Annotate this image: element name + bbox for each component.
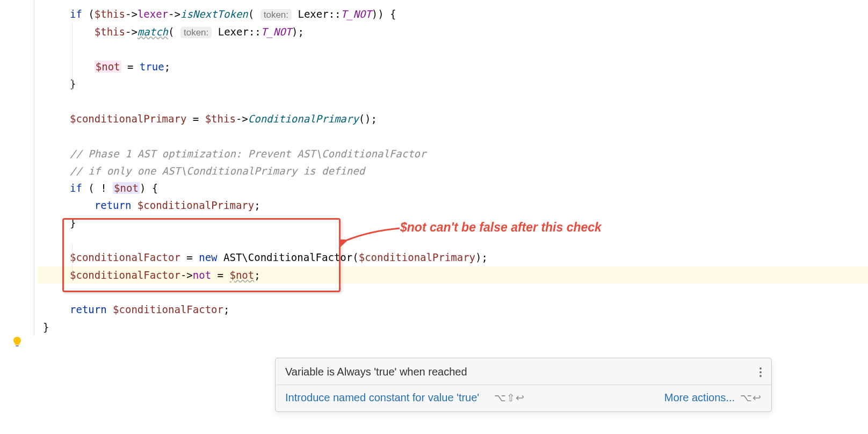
var-conditionalfactor: $conditionalFactor — [113, 303, 223, 315]
comment: // Phase 1 AST optimization: Prevent AST… — [70, 148, 426, 160]
type-lexer: Lexer — [298, 8, 328, 20]
keyword-true: true — [140, 61, 164, 73]
code-line[interactable]: $this->match( token: Lexer::T_NOT); — [38, 23, 868, 41]
code-line[interactable]: $not = true; — [38, 58, 868, 75]
comment: // if only one AST\ConditionalPrimary is… — [70, 165, 365, 177]
quickfix-action[interactable]: Introduce named constant for value 'true… — [285, 392, 479, 404]
inspection-tooltip: Variable is Always 'true' when reached I… — [275, 358, 772, 412]
tooltip-title: Variable is Always 'true' when reached — [285, 366, 467, 378]
type-conditionalfactor: ConditionalFactor — [248, 251, 352, 263]
code-line[interactable]: return $conditionalFactor; — [38, 301, 868, 318]
code-line[interactable]: return $conditionalPrimary; — [38, 197, 868, 214]
var-conditionalprimary: $conditionalPrimary — [70, 113, 186, 125]
var-this: $this — [205, 113, 236, 125]
var-conditionalfactor: $conditionalFactor — [70, 269, 180, 281]
const-tnot: T_NOT — [341, 8, 372, 20]
keyword-return: return — [70, 303, 107, 315]
field-lexer: lexer — [138, 8, 168, 20]
field-not: not — [193, 269, 211, 281]
code-line[interactable] — [38, 41, 868, 58]
fn-conditionalprimary: ConditionalPrimary — [248, 113, 359, 125]
code-line-active[interactable]: $conditionalFactor->not = $not; — [38, 266, 868, 284]
fn-isnexttoken: isNextToken — [180, 8, 248, 20]
param-hint-token: token: — [261, 9, 292, 20]
gutter-divider — [34, 0, 34, 336]
more-actions-link[interactable]: More actions... — [664, 392, 735, 404]
indent-guide — [72, 23, 73, 92]
code-editor[interactable]: if ($this->lexer->isNextToken( token: Le… — [0, 0, 868, 336]
shortcut-label: ⌥↩ — [740, 392, 762, 404]
kebab-menu-icon[interactable] — [760, 367, 762, 377]
const-tnot: T_NOT — [261, 26, 292, 38]
var-conditionalprimary: $conditionalPrimary — [359, 251, 475, 263]
var-conditionalprimary: $conditionalPrimary — [138, 199, 254, 211]
code-line[interactable]: // if only one AST\ConditionalPrimary is… — [38, 162, 868, 179]
code-line[interactable]: } — [38, 319, 868, 336]
var-not-inspection[interactable]: $not — [229, 269, 254, 281]
code-line[interactable] — [38, 284, 868, 301]
fn-match: match — [138, 26, 168, 38]
code-line[interactable]: if ( ! $not) { — [38, 179, 868, 197]
code-line[interactable] — [38, 93, 868, 110]
var-not: $not — [95, 61, 121, 73]
var-this: $this — [95, 8, 125, 20]
type-lexer: Lexer — [218, 26, 249, 38]
var-conditionalfactor: $conditionalFactor — [70, 251, 180, 263]
var-this: $this — [95, 26, 125, 38]
param-hint-token: token: — [180, 27, 212, 38]
code-line[interactable] — [38, 127, 868, 144]
keyword-if: if — [70, 8, 82, 20]
code-line[interactable]: $conditionalPrimary = $this->Conditional… — [38, 110, 868, 127]
svg-rect-1 — [16, 345, 19, 346]
intention-bulb-icon[interactable] — [12, 336, 23, 347]
ns-ast: AST\ — [223, 251, 248, 263]
keyword-new: new — [199, 251, 217, 263]
var-not: $not — [113, 182, 140, 194]
code-line[interactable]: $conditionalFactor = new AST\Conditional… — [38, 249, 868, 266]
shortcut-label: ⌥⇧↩ — [494, 392, 525, 404]
keyword-return: return — [95, 199, 132, 211]
code-line[interactable]: if ($this->lexer->isNextToken( token: Le… — [38, 5, 868, 23]
code-line[interactable]: } — [38, 75, 868, 92]
code-line[interactable]: // Phase 1 AST optimization: Prevent AST… — [38, 145, 868, 162]
indent-guide — [72, 244, 73, 274]
keyword-if: if — [70, 182, 82, 194]
annotation-text: $not can't be false after this check — [400, 220, 602, 235]
